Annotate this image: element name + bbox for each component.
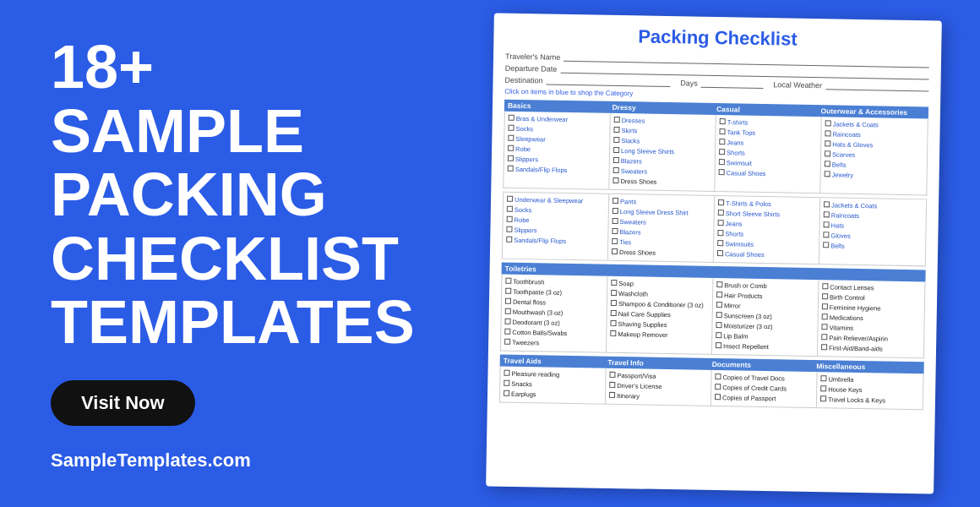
dressy-col2: Pants Long Sleeve Dress Shirt Sweaters B… [608, 194, 715, 262]
casual-col1: T-shirts Tank Tops Jeans Shorts Swimsuit… [715, 115, 822, 193]
clothing-row2: Underwear & Sleepwear Socks Robe Slipper… [502, 192, 927, 267]
toiletries-grid: Toothbrush Toothpaste (3 oz) Dental flos… [500, 275, 926, 359]
departure-label: Departure Date [505, 64, 558, 74]
basics-header: Basics [508, 101, 612, 112]
toiletries-label: Toiletries [505, 264, 610, 275]
toiletries-col3: Brush or Comb Hair Products Mirror Sunsc… [712, 278, 819, 356]
clothing-row1: Bras & Underwear Socks Sleepwear Robe Sl… [503, 112, 928, 196]
travel-info-col: Passport/Visa Driver's License Itinerary [606, 368, 712, 406]
toiletries-col2: Soap Washcloth Shampoo & Conditioner (3 … [607, 276, 714, 354]
travel-aids-col: Pleasure reading Snacks Earplugs [500, 367, 607, 404]
left-panel: 18+ SAMPLE PACKING CHECKLIST TEMPLATES V… [0, 0, 473, 507]
travel-aids-header: Travel Aids [504, 357, 608, 367]
dressy-header: Dressy [612, 103, 716, 113]
bottom-grid: Pleasure reading Snacks Earplugs Passpor… [499, 367, 924, 411]
outerwear-col2: Jackets & Coats Raincoats Hats Gloves Be… [819, 198, 926, 265]
traveler-label: Traveler's Name [505, 52, 561, 62]
misc-header: Miscellaneous [816, 362, 921, 372]
casual-col2: T-Shirts & Polos Short Sleeve Shirts Jea… [714, 196, 820, 264]
basics-col1: Bras & Underwear Socks Sleepwear Robe Sl… [504, 112, 611, 189]
outerwear-header: Outerwear & Accessories [820, 106, 925, 117]
basics-col2: Underwear & Sleepwear Socks Robe Slipper… [503, 193, 609, 260]
destination-label: Destination [504, 76, 542, 85]
casual-header: Casual [716, 105, 821, 115]
travel-info-header: Travel Info [607, 358, 712, 368]
toiletries-col4: Contact Lenses Birth Control Feminine Hy… [818, 280, 925, 357]
dressy-col1: Dresses Skirts Slacks Long Sleeve Shirts… [609, 113, 716, 191]
site-name: SampleTemplates.com [51, 450, 422, 472]
toiletries-col1: Toothbrush Toothpaste (3 oz) Dental flos… [501, 275, 608, 352]
right-panel: Packing Checklist Traveler's Name Depart… [473, 0, 980, 507]
misc-col: Umbrella House Keys Travel Locks & Keys [817, 372, 923, 409]
checklist-title: Packing Checklist [505, 24, 929, 53]
documents-col: Copies of Travel Docs Copies of Credit C… [711, 370, 818, 407]
days-label: Days [680, 79, 698, 87]
checklist-card: Packing Checklist Traveler's Name Depart… [486, 13, 942, 493]
visit-button[interactable]: Visit Now [51, 380, 195, 426]
outerwear-col1: Jackets & Coats Raincoats Hats & Gloves … [820, 117, 928, 194]
weather-label: Local Weather [773, 80, 822, 90]
documents-header: Documents [712, 360, 817, 370]
page-title: 18+ SAMPLE PACKING CHECKLIST TEMPLATES [51, 35, 422, 355]
